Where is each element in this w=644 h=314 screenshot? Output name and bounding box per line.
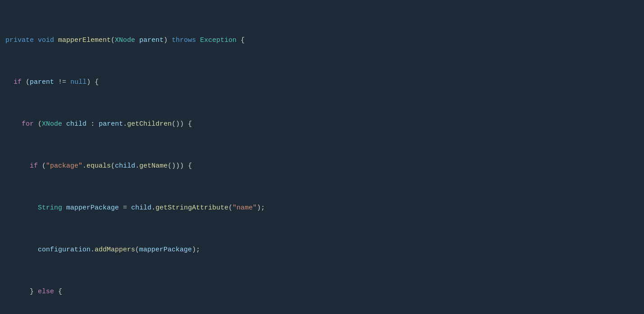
code-line-7: } else {	[5, 287, 644, 297]
code-line-1: private void mapperElement(XNode parent)…	[5, 35, 644, 46]
code-line-3: for (XNode child : parent.getChildren())…	[5, 119, 644, 129]
code-line-2: if (parent != null) {	[5, 77, 644, 87]
code-line-5: String mapperPackage = child.getStringAt…	[5, 203, 644, 213]
code-line-4: if ("package".equals(child.getName())) {	[5, 161, 644, 171]
code-line-6: configuration.addMappers(mapperPackage);	[5, 245, 644, 255]
code-block: private void mapperElement(XNode parent)…	[0, 0, 644, 314]
